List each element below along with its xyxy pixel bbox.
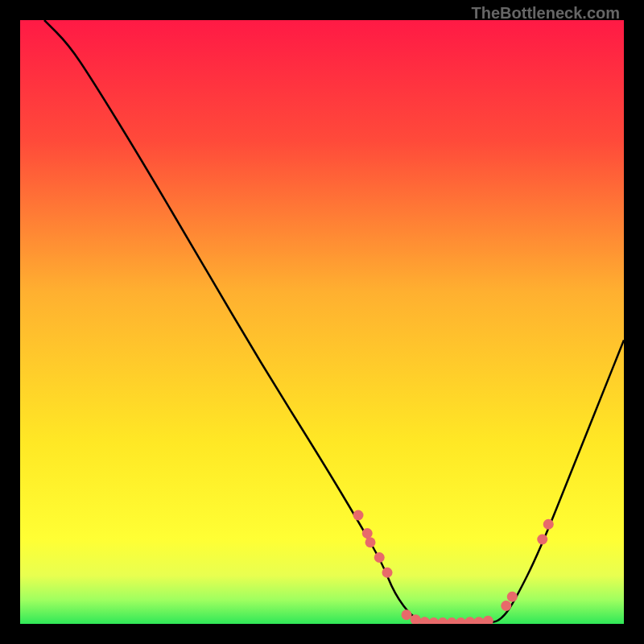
data-point <box>543 519 554 530</box>
data-point <box>464 617 475 624</box>
data-point <box>438 617 448 624</box>
data-point <box>447 617 457 624</box>
data-point <box>501 601 511 611</box>
watermark-text: TheBottleneck.com <box>472 4 620 23</box>
data-point <box>483 616 493 624</box>
bottleneck-curve <box>44 20 624 624</box>
data-point <box>428 617 439 624</box>
data-point <box>474 617 485 624</box>
data-point <box>382 568 393 578</box>
chart-container: TheBottleneck.com <box>0 0 644 644</box>
chart-svg <box>20 20 624 624</box>
data-point <box>456 617 466 624</box>
data-point <box>537 535 547 545</box>
data-point <box>507 592 518 602</box>
data-point <box>419 617 430 624</box>
data-point <box>353 510 364 521</box>
data-point <box>402 609 412 620</box>
plot-area <box>20 20 624 624</box>
data-point <box>374 552 385 563</box>
data-point <box>362 528 373 539</box>
data-point <box>365 537 376 547</box>
